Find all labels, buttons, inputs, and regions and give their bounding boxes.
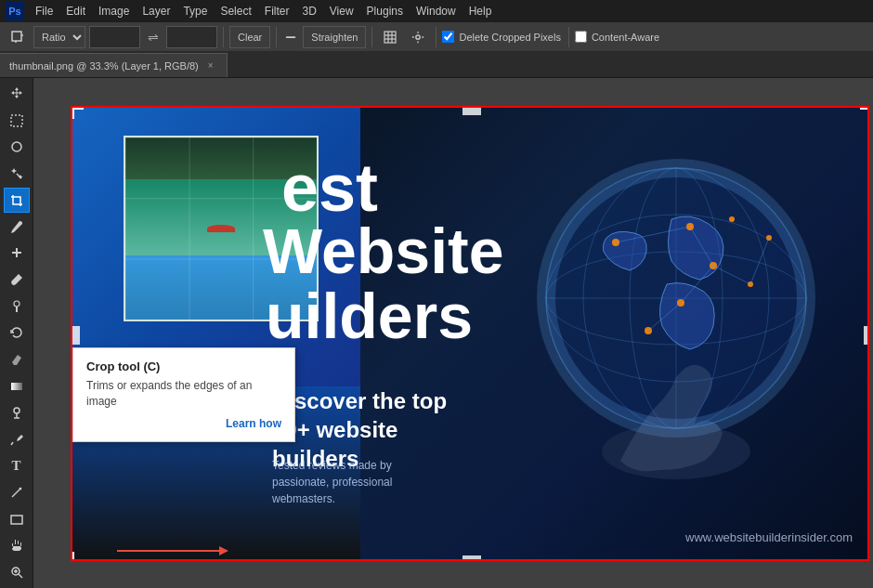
- svg-rect-3: [286, 36, 296, 38]
- svg-rect-0: [12, 32, 21, 41]
- magic-wand-tool[interactable]: [4, 162, 30, 187]
- image-text-url: www.websitebuilderinsider.com: [685, 530, 853, 544]
- crop-corner-tl[interactable]: [72, 108, 84, 119]
- tab-bar: thumbnail.png @ 33.3% (Layer 1, RGB/8) ×: [0, 52, 873, 78]
- menu-edit[interactable]: Edit: [60, 0, 91, 22]
- tooltip-description: Trims or expands the edges of an image: [86, 378, 281, 410]
- image-text-builders: uilders: [266, 284, 473, 347]
- divider3: [371, 27, 372, 47]
- divider: [223, 27, 224, 47]
- crop-handle-top[interactable]: [463, 108, 481, 115]
- menu-layer[interactable]: Layer: [137, 0, 176, 22]
- delete-cropped-label: Delete Cropped Pixels: [459, 32, 560, 43]
- pen-tool[interactable]: [4, 427, 30, 452]
- crop-corner-bl[interactable]: [72, 552, 84, 561]
- history-tool[interactable]: [4, 320, 30, 346]
- eyedropper-tool[interactable]: [4, 215, 30, 240]
- crop-corner-br[interactable]: [860, 552, 869, 561]
- svg-rect-20: [11, 516, 22, 524]
- image-text-est: est: [281, 154, 378, 221]
- svg-point-9: [416, 34, 420, 38]
- grid-icon[interactable]: [378, 26, 402, 48]
- swap-icon[interactable]: ⇌: [144, 28, 163, 46]
- divider2: [276, 27, 277, 47]
- text-tool[interactable]: T: [4, 453, 30, 478]
- svg-rect-15: [11, 383, 22, 390]
- menu-plugins[interactable]: Plugins: [361, 0, 409, 22]
- svg-point-41: [729, 216, 735, 222]
- dodge-tool[interactable]: [4, 400, 30, 425]
- globe-container: [528, 145, 843, 479]
- main-layout: T: [0, 78, 873, 588]
- canvas-container: ⤡ est Website uilders Discover the top 2…: [71, 106, 869, 561]
- height-input[interactable]: [166, 26, 217, 48]
- menu-view[interactable]: View: [324, 0, 359, 22]
- image-text-tested: Tested reviews made by passionate, profe…: [272, 457, 439, 507]
- image-text-website: Website: [263, 219, 503, 282]
- menu-type[interactable]: Type: [177, 0, 213, 22]
- options-bar: Ratio ⇌ Clear Straighten: [0, 22, 873, 52]
- svg-point-11: [12, 142, 21, 151]
- straighten-button[interactable]: Straighten: [303, 26, 366, 48]
- crop-ratio-icon[interactable]: [6, 26, 30, 48]
- svg-line-22: [19, 574, 22, 578]
- crop-tool-tooltip: Crop tool (C) Trims or expands the edges…: [72, 347, 295, 442]
- shape-tool[interactable]: [4, 506, 30, 531]
- width-input[interactable]: [89, 26, 140, 48]
- lasso-tool[interactable]: [4, 135, 30, 160]
- clear-button[interactable]: Clear: [229, 26, 270, 48]
- zoom-tool[interactable]: [4, 559, 30, 584]
- crop-handle-bottom[interactable]: [463, 555, 481, 561]
- content-aware-checkbox[interactable]: [575, 31, 587, 43]
- menu-3d[interactable]: 3D: [296, 0, 321, 22]
- divider5: [568, 27, 569, 47]
- ratio-select[interactable]: Ratio: [33, 26, 85, 48]
- clone-stamp-tool[interactable]: [4, 294, 30, 320]
- menu-window[interactable]: Window: [410, 0, 462, 22]
- svg-marker-50: [219, 546, 228, 555]
- svg-rect-10: [11, 115, 22, 126]
- menu-select[interactable]: Select: [215, 0, 256, 22]
- menu-bar: Ps File Edit Image Layer Type Select Fil…: [0, 0, 873, 22]
- content-aware-checkbox-group: Content-Aware: [575, 31, 661, 43]
- delete-cropped-checkbox[interactable]: [442, 31, 454, 43]
- tooltip-title: Crop tool (C): [86, 359, 281, 373]
- gradient-tool[interactable]: [4, 373, 30, 399]
- image-canvas: ⤡ est Website uilders Discover the top 2…: [72, 108, 869, 561]
- canvas-area[interactable]: ⤡ est Website uilders Discover the top 2…: [33, 78, 873, 588]
- menu-file[interactable]: File: [30, 0, 59, 22]
- hand-tool[interactable]: [4, 533, 30, 558]
- crop-corner-tr[interactable]: [860, 108, 869, 119]
- menu-filter[interactable]: Filter: [259, 0, 295, 22]
- tab-title: thumbnail.png @ 33.3% (Layer 1, RGB/8): [9, 60, 199, 72]
- settings-icon[interactable]: [406, 26, 430, 48]
- tab-close-button[interactable]: ×: [204, 59, 217, 72]
- crop-handle-left[interactable]: [72, 326, 80, 345]
- marquee-tool[interactable]: [4, 109, 30, 134]
- menu-image[interactable]: Image: [93, 0, 135, 22]
- svg-point-16: [14, 408, 20, 413]
- move-tool[interactable]: [4, 82, 30, 107]
- brush-tool[interactable]: [4, 268, 30, 293]
- delete-cropped-checkbox-group: Delete Cropped Pixels: [442, 31, 562, 43]
- path-selection-tool[interactable]: [4, 480, 30, 505]
- svg-rect-4: [384, 32, 396, 43]
- menu-help[interactable]: Help: [463, 0, 498, 22]
- svg-rect-14: [16, 307, 18, 312]
- crop-tool[interactable]: [4, 188, 30, 213]
- healing-tool[interactable]: [4, 241, 30, 266]
- eraser-tool[interactable]: [4, 347, 30, 372]
- toolbar: T: [0, 78, 33, 588]
- divider4: [436, 27, 436, 47]
- document-tab[interactable]: thumbnail.png @ 33.3% (Layer 1, RGB/8) ×: [0, 53, 228, 77]
- crop-arrow-horizontal: [117, 542, 228, 560]
- straighten-icon: [282, 26, 299, 48]
- content-aware-label: Content-Aware: [592, 32, 659, 43]
- app-logo: Ps: [6, 2, 24, 20]
- tooltip-learn-link[interactable]: Learn how: [226, 417, 281, 430]
- crop-handle-right[interactable]: [864, 326, 869, 345]
- svg-point-13: [14, 301, 20, 307]
